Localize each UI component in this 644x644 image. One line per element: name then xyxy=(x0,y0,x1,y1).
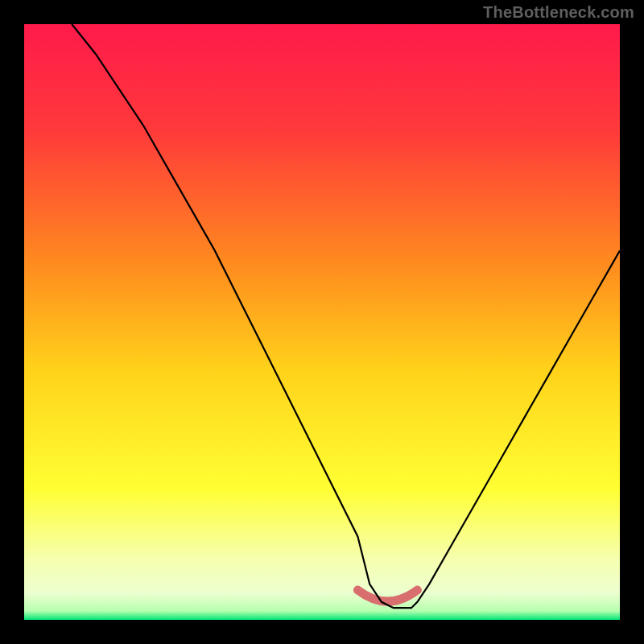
plot-area xyxy=(24,24,620,620)
chart-frame: TheBottleneck.com xyxy=(0,0,644,644)
chart-svg xyxy=(24,24,620,620)
gradient-rect xyxy=(24,24,620,620)
watermark-text: TheBottleneck.com xyxy=(483,3,634,22)
